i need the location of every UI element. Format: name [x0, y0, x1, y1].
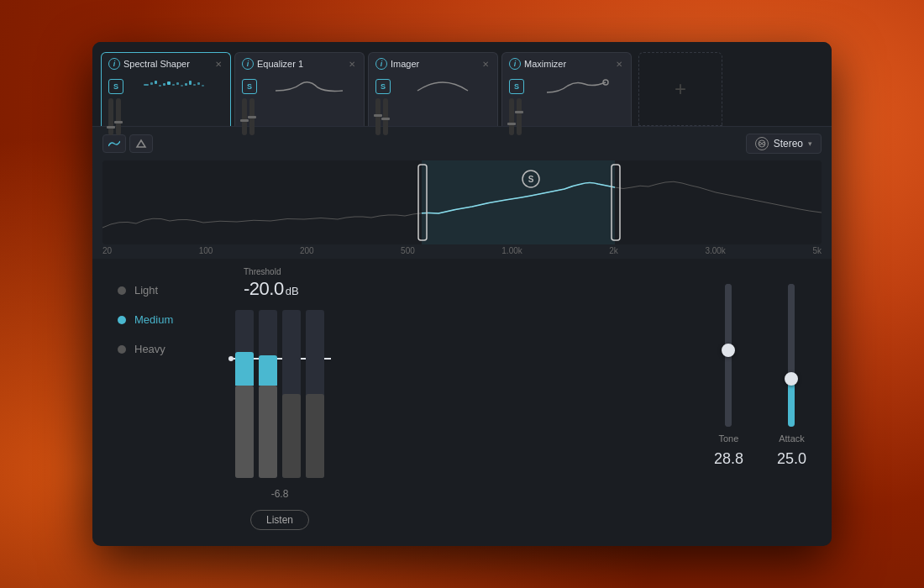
tab-title-row: i Spectral Shaper: [108, 58, 190, 70]
threshold-unit: dB: [286, 285, 299, 297]
svg-rect-9: [185, 83, 187, 86]
close-icon-max[interactable]: ✕: [614, 59, 624, 69]
tab-controls-eq: S: [242, 75, 357, 98]
tab-header-max: i Maximizer ✕: [509, 58, 624, 70]
tab-title-row-eq: i Equalizer 1: [242, 58, 303, 70]
svg-rect-2: [155, 81, 157, 84]
tab-controls-img: S: [375, 75, 491, 98]
mode-dot-light: [118, 286, 126, 295]
tab-equalizer[interactable]: i Equalizer 1 ✕ S: [234, 52, 365, 126]
spectrum-alt-btn[interactable]: [129, 134, 153, 153]
tab-header: i Spectral Shaper ✕: [108, 58, 223, 70]
svg-rect-4: [163, 83, 165, 86]
chevron-down-icon: ▾: [808, 139, 812, 148]
freq-label-20: 20: [102, 246, 112, 255]
close-icon[interactable]: ✕: [213, 59, 223, 69]
svg-rect-6: [172, 84, 175, 86]
freq-label-200: 200: [300, 246, 314, 255]
tab-mini-graph-eq: [260, 75, 357, 98]
svg-rect-13: [202, 85, 204, 87]
mode-light[interactable]: Light: [118, 284, 202, 297]
svg-text:S: S: [528, 175, 534, 184]
freq-label-5k: 5k: [812, 246, 822, 255]
attack-slider-control: Attack 25.0: [777, 284, 806, 468]
solo-button-img[interactable]: S: [375, 79, 391, 94]
tab-faders-max: [509, 98, 624, 135]
svg-rect-11: [193, 84, 196, 86]
svg-point-18: [762, 143, 764, 145]
tab-controls: S: [108, 75, 223, 98]
svg-rect-8: [181, 85, 183, 87]
mode-heavy[interactable]: Heavy: [118, 343, 202, 355]
vu-meter-mid-left: [259, 310, 277, 478]
mode-label-heavy: Heavy: [134, 343, 165, 355]
svg-rect-1: [150, 82, 153, 85]
tab-title-row-max: i Maximizer: [509, 58, 566, 70]
threshold-value: -20.0: [244, 278, 284, 300]
tab-mini-graph-img: [394, 75, 491, 98]
tab-title-row-img: i Imager: [375, 58, 419, 70]
mode-dot-heavy: [118, 345, 126, 354]
tone-slider-value: 28.8: [714, 450, 743, 468]
tab-label: Spectral Shaper: [123, 59, 190, 69]
tab-label-max: Maximizer: [524, 59, 566, 69]
mode-label-light: Light: [134, 284, 158, 297]
mode-dot-medium: [118, 316, 126, 324]
vu-meter-mid-right: [282, 310, 301, 478]
tab-label-img: Imager: [391, 59, 419, 69]
plugin-window: i Spectral Shaper ✕ S: [92, 42, 832, 546]
svg-rect-0: [144, 84, 149, 86]
mode-medium[interactable]: Medium: [118, 313, 202, 326]
tab-faders: [108, 98, 223, 135]
vu-db-value: -6.8: [271, 488, 289, 500]
controls-section: Light Medium Heavy Threshold -20.0 dB: [92, 259, 832, 546]
stereo-label: Stereo: [774, 138, 803, 150]
vu-section: Threshold -20.0 dB: [235, 267, 324, 530]
svg-rect-5: [167, 81, 171, 85]
freq-label-500: 500: [401, 246, 415, 255]
solo-button-max[interactable]: S: [509, 79, 524, 94]
attack-slider-thumb[interactable]: [785, 372, 798, 386]
solo-button-eq[interactable]: S: [242, 79, 257, 94]
tab-label-eq: Equalizer 1: [257, 59, 303, 69]
spectrum-toolbar: Stereo ▾: [102, 134, 822, 154]
spectrum-display: S: [102, 160, 822, 244]
vu-meter-left: [235, 310, 254, 478]
spectrum-section: Stereo ▾ S: [92, 126, 832, 259]
attack-slider-value: 25.0: [777, 450, 806, 468]
freq-label-3k: 3.00k: [705, 246, 725, 255]
tone-slider-track[interactable]: [725, 284, 732, 427]
tab-imager[interactable]: i Imager ✕ S: [368, 52, 498, 126]
tab-maximizer[interactable]: i Maximizer ✕ S: [501, 52, 632, 126]
tab-controls-max: S: [509, 75, 624, 98]
freq-labels: 20 100 200 500 1.00k 2k 3.00k 5k: [102, 244, 822, 259]
svg-rect-10: [189, 81, 192, 85]
listen-button[interactable]: Listen: [250, 510, 309, 530]
add-tab-button[interactable]: +: [638, 52, 722, 126]
threshold-label: Threshold: [244, 267, 299, 276]
info-icon-eq: i: [242, 58, 254, 70]
tab-faders-img: [375, 98, 491, 135]
tab-header-eq: i Equalizer 1 ✕: [242, 58, 357, 70]
close-icon-eq[interactable]: ✕: [347, 59, 357, 69]
tone-slider-thumb[interactable]: [722, 344, 735, 357]
info-icon-max: i: [509, 58, 521, 70]
svg-marker-15: [137, 140, 145, 147]
info-icon-img: i: [375, 58, 387, 70]
freq-label-2k: 2k: [609, 246, 618, 255]
tab-spectral-shaper[interactable]: i Spectral Shaper ✕ S: [101, 52, 231, 126]
stereo-select[interactable]: Stereo ▾: [746, 134, 822, 154]
tabs-bar: i Spectral Shaper ✕ S: [92, 42, 832, 126]
close-icon-img[interactable]: ✕: [480, 59, 491, 69]
sliders-section: Tone 28.8 Attack 25.0: [714, 276, 806, 468]
svg-point-17: [759, 143, 761, 145]
info-icon: i: [108, 58, 120, 70]
svg-rect-7: [176, 82, 179, 85]
attack-slider-track[interactable]: [788, 284, 795, 427]
attack-slider-label: Attack: [779, 433, 805, 444]
spectrum-view-btn[interactable]: [102, 134, 126, 153]
solo-button[interactable]: S: [108, 79, 123, 94]
tab-mini-graph-max: [528, 75, 624, 98]
tone-slider-control: Tone 28.8: [714, 284, 743, 468]
svg-rect-12: [197, 82, 200, 85]
